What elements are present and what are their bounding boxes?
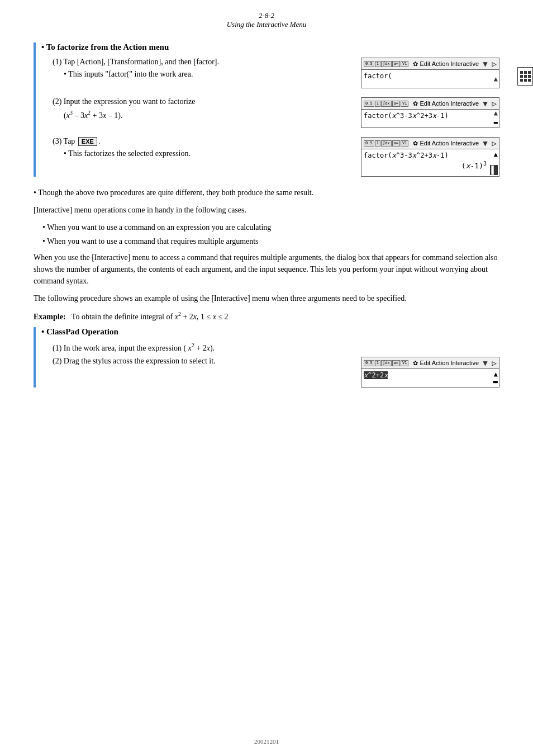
section-classpad: • ClassPad Operation (1) In the work are… [34,327,499,388]
calc-input-3: factor(x^3-3x^2+3x-1) [364,150,497,160]
calc-screen-1: 0.5 1 ∫dx a= V1 ✿ Edit Action Interactiv… [361,58,499,88]
step2-screenshot: 0.5 1 ∫dx a= V1 ✿ Edit Action Interactiv… [354,97,499,128]
page-container: 2-8-2 Using the Interactive Menu • To fa… [0,0,533,756]
step1-instruction: (1) Tap [Action], [Transformation], and … [53,58,349,67]
calc-right-arrow-3: ▷ [492,139,497,148]
step1-text-col: (1) Tap [Action], [Transformation], and … [41,58,349,82]
para2: [Interactive] menu operations come in ha… [34,204,499,216]
calc-body-3: factor(x^3-3x^2+3x-1) (x-1)3 ▲ ▌ [361,149,499,176]
calc-up-icon-2: ▲ [494,109,498,117]
toolbar-icon-ab: a= [392,101,400,107]
toolbar-icon-v1d: V1 [401,360,408,366]
step2-row: (2) Input the expression you want to fac… [41,97,499,128]
calc-menubar-3: 0.5 1 ∫dx a= V1 ✿ Edit Action Interactiv… [361,138,499,149]
calc-body-1: factor( ▲ [361,70,499,88]
grid-cell [524,79,527,82]
header-line2: Using the Interactive Menu [34,20,499,29]
calc-body-4: x^2+2x ▲ ▬ [361,369,499,387]
page-footer: 20021201 [34,738,499,745]
calc-down-icon-2: ▬ [494,119,498,126]
grid-cell [520,79,523,82]
grid-cell [520,71,523,74]
exe-button[interactable]: EXE [78,137,97,146]
toolbar-icon-a: a= [392,61,400,67]
footer-text: 20021201 [254,738,279,745]
grid-cell [524,71,527,74]
calc-input-1: factor( [364,71,497,81]
toolbar-icons-3: 0.5 1 ∫dx a= V1 [364,140,408,147]
classpad-step2-row: (2) Drag the stylus across the expressio… [41,357,499,388]
step3-row: (3) Tap EXE. • This factorizes the selec… [41,137,499,177]
bullet1: • When you want to use a command on an e… [42,221,499,233]
calc-dropdown-arrow-1: ▼ [483,59,487,68]
toolbar-icons-2: 0.5 1 ∫dx a= V1 [364,101,408,107]
toolbar-icons-1: 0.5 1 ∫dx a= V1 [364,61,408,67]
toolbar-icons-4: 0.5 1 ∫dx a= V1 [364,360,408,366]
calc-input-2: factor(x^3-3x^2+3x-1) [364,111,497,121]
classpad-step2-instruction: (2) Drag the stylus across the expressio… [53,357,349,366]
classpad-step2-screenshot: 0.5 1 ∫dx a= V1 ✿ Edit Action Interactiv… [354,357,499,388]
header-line1: 2-8-2 [34,11,499,20]
calc-menu-text-1: ✿ Edit Action Interactive [413,60,479,68]
example-label: Example: [34,313,66,321]
para4: The following procedure shows an example… [34,292,499,304]
grid-cell [528,79,531,82]
step2-math: (x3 – 3x2 + 3x – 1). [64,110,349,120]
section-classpad-title: • ClassPad Operation [41,327,499,337]
calc-menubar-4: 0.5 1 ∫dx a= V1 ✿ Edit Action Interactiv… [361,357,499,369]
calc-right-arrow-4: ▷ [492,358,497,367]
step2-text-col: (2) Input the expression you want to fac… [41,97,349,124]
toolbar-icon-idxd: ∫dx [381,360,392,366]
calc-screen-4: 0.5 1 ∫dx a= V1 ✿ Edit Action Interactiv… [361,357,499,388]
para3: When you use the [Interactive] menu to a… [34,252,499,287]
calc-right-arrow-2: ▷ [492,99,497,108]
step1-subbullet: • This inputs "factor(" into the work ar… [64,70,349,79]
calc-result-3: (x-1)3 [364,160,497,170]
toolbar-icon-05: 0.5 [364,61,374,67]
toolbar-icon-ad: a= [392,360,400,366]
calc-menu-text-3: ✿ Edit Action Interactive [413,140,479,147]
para1: • Though the above two procedures are qu… [34,187,499,199]
calc-up-icon-1: ▲ [494,75,498,83]
step3-subbullet: • This factorizes the selected expressio… [64,149,349,158]
calc-screen-2: 0.5 1 ∫dx a= V1 ✿ Edit Action Interactiv… [361,97,499,128]
step1-row: (1) Tap [Action], [Transformation], and … [41,58,499,88]
toolbar-icon-idx: ∫dx [381,61,392,67]
calc-right-arrow-1: ▷ [492,59,497,68]
toolbar-icon-idxb: ∫dx [381,101,392,107]
calc-dropdown-arrow-2: ▼ [483,99,487,108]
calc-menubar-1: 0.5 1 ∫dx a= V1 ✿ Edit Action Interactiv… [361,58,499,70]
step3-instruction: (3) Tap EXE. [53,137,349,146]
toolbar-icon-v1: V1 [401,61,408,67]
classpad-step2-text: (2) Drag the stylus across the expressio… [41,357,349,369]
side-tab-grid [520,71,531,82]
toolbar-icon-05c: 0.5 [364,140,374,147]
toolbar-icon-ac: a= [392,140,400,147]
toolbar-icon-1: 1 [375,61,380,67]
step3-text-col: (3) Tap EXE. • This factorizes the selec… [41,137,349,162]
grid-cell [520,75,523,78]
toolbar-icon-1d: 1 [375,360,380,366]
calc-scroll-bar-4: ▬ [493,377,498,386]
calc-screen-3: 0.5 1 ∫dx a= V1 ✿ Edit Action Interactiv… [361,137,499,177]
grid-cell [528,71,531,74]
toolbar-icon-idxc: ∫dx [381,140,392,147]
calc-scroll-up-3: ▲ [494,150,498,158]
toolbar-icon-1b: 1 [375,101,380,107]
bullet2: • When you want to use a command that re… [42,235,499,247]
example-text: To obtain the definite integral of x2 + … [72,313,229,321]
calc-input-4: x^2+2x [364,370,497,380]
toolbar-icon-v1c: V1 [401,140,408,147]
calc-dropdown-arrow-4: ▼ [483,358,487,367]
calc-menu-text-4: ✿ Edit Action Interactive [413,360,479,367]
selected-expression: x^2+2x [364,371,388,379]
calc-body-2: factor(x^3-3x^2+3x-1) ▲ ▬ [361,110,499,127]
calc-menu-text-2: ✿ Edit Action Interactive [413,100,479,107]
step1-screenshot: 0.5 1 ∫dx a= V1 ✿ Edit Action Interactiv… [354,58,499,88]
step2-instruction: (2) Input the expression you want to fac… [53,97,349,106]
classpad-step1: (1) In the work area, input the expressi… [53,342,499,353]
page-header: 2-8-2 Using the Interactive Menu [34,11,499,29]
calc-dropdown-arrow-3: ▼ [483,139,487,148]
grid-cell [524,75,527,78]
grid-cell [528,75,531,78]
